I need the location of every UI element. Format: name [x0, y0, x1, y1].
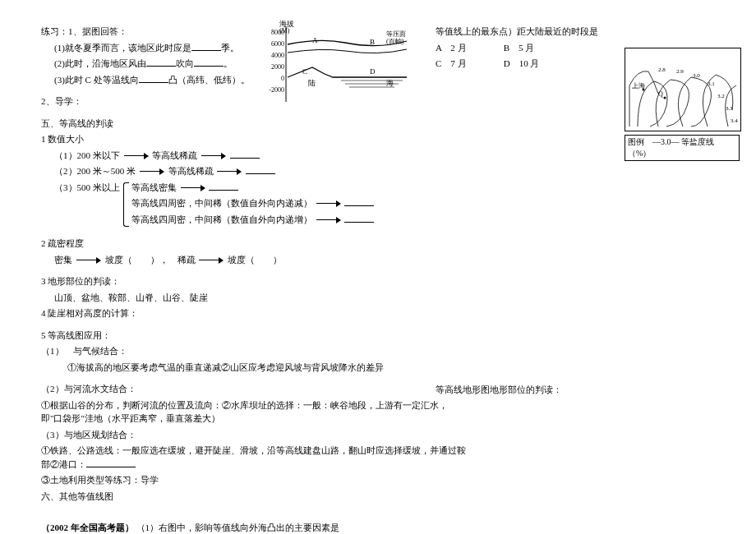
blank: [194, 57, 224, 67]
svg-text:(百帕): (百帕): [386, 38, 404, 45]
svg-text:3.3: 3.3: [726, 105, 733, 112]
item3-title: 3 地形部位的判读：: [41, 274, 468, 288]
svg-text:2.9: 2.9: [676, 68, 684, 75]
q2b: 吹向: [176, 58, 194, 68]
item5-2: （2）与河流水文结合：: [41, 382, 468, 396]
opt-b: B 5 月: [504, 41, 569, 55]
figure-elevation-diagram: 8000 6000 4000 2000 0 -2000 海拔 (M) A B 等…: [263, 20, 411, 110]
svg-point-21: [643, 89, 645, 91]
item1-2: （2）200 米～500 米 等高线稀疏: [54, 164, 468, 178]
q2c: 。: [224, 58, 233, 68]
svg-text:2000: 2000: [271, 63, 284, 71]
blank: [139, 73, 168, 83]
continuation: 等值线上的最东点）距大陆最近的时段是: [436, 25, 731, 39]
row: 等高线密集: [131, 181, 375, 195]
t: 等高线四周密，中间稀（数值自外向内递减）: [131, 198, 312, 208]
t: （3）500 米以上: [54, 181, 120, 195]
row: 等高线四周密，中间稀（数值自外向内递增）: [131, 213, 375, 227]
arrow-icon: [316, 200, 341, 207]
item2-body: 密集 坡度（ ）， 稀疏 坡度（ ）: [54, 253, 468, 267]
arrow-icon: [124, 153, 149, 159]
exam-title: （2002 年全国高考题）: [41, 522, 134, 532]
arrow-icon: [181, 185, 205, 191]
item5-3: （3）与地区规划结合：: [41, 428, 468, 442]
svg-text:Q: Q: [658, 90, 663, 98]
section-5-title: 五、等高线的判读: [41, 117, 468, 131]
blank: [86, 458, 136, 467]
arrow-icon: [199, 257, 224, 264]
svg-text:等压面: 等压面: [386, 30, 406, 38]
item1-1: （1）200 米以下 等高线稀疏: [54, 149, 468, 163]
q3a: (3)此时 C 处等温线向: [54, 75, 139, 85]
figure-salinity-map: 上海 Q 2.8 2.9 3.0 3.1 3.2 3.3 3.4 图例 —3.0…: [625, 48, 740, 146]
item2-title: 2 疏密程度: [41, 237, 468, 251]
item5-1: （1） 与气候结合：: [41, 344, 468, 358]
side-note: 等高线地形图地形部位的判读：: [436, 383, 731, 397]
item1-3: （3）500 米以上 等高线密集 等高线四周密，中间稀（数值自外向内递减） 等高…: [54, 181, 468, 229]
svg-text:D: D: [370, 67, 376, 76]
svg-text:-2000: -2000: [269, 86, 284, 94]
svg-text:3.1: 3.1: [708, 81, 715, 87]
t: 等高线稀疏: [152, 150, 197, 160]
item5-3a: ①铁路、公路选线：一般应选在缓坡，避开陡崖、滑坡，沿等高线建盘山路，翻山时应选择…: [41, 444, 468, 471]
svg-text:(M): (M): [279, 27, 290, 35]
blank: [344, 213, 374, 223]
t: 等高线稀疏: [168, 166, 214, 176]
t: 密集: [54, 255, 72, 265]
blank: [230, 149, 260, 159]
svg-text:0: 0: [281, 75, 284, 82]
item5-title: 5 等高线图应用：: [41, 329, 468, 343]
t: （1）200 米以下: [54, 150, 120, 160]
exam-body: （1）右图中，影响等值线向外海凸出的主要因素是: [136, 522, 340, 532]
blank: [146, 57, 176, 67]
item5-1-body: ①海拔高的地区要考虑气温的垂直递减②山区应考虑迎风坡与背风坡降水的差异: [67, 361, 468, 375]
t: 等高线四周密，中间稀（数值自外向内递增）: [131, 214, 312, 224]
svg-text:A: A: [312, 36, 318, 44]
exam-line: （2002 年全国高考题） （1）右图中，影响等值线向外海凸出的主要因素是: [41, 521, 468, 534]
arrow-icon: [201, 153, 226, 159]
opt-d: D 10 月: [504, 57, 569, 71]
q1-text: (1)就冬夏季而言，该地区此时应是: [54, 43, 191, 53]
q1-suffix: 季。: [221, 43, 239, 53]
blank: [209, 181, 238, 191]
arrow-icon: [140, 168, 164, 175]
svg-text:3.2: 3.2: [717, 93, 725, 99]
item4: 4 陡崖相对高度的计算：: [41, 306, 468, 320]
t: （2）200 米～500 米: [54, 166, 136, 176]
svg-text:陆: 陆: [308, 79, 316, 87]
q2a: (2)此时，沿海地区风由: [54, 58, 146, 68]
svg-point-23: [664, 97, 666, 99]
item3-body: 山顶、盆地、鞍部、山脊、山谷、陡崖: [54, 291, 468, 305]
svg-text:4000: 4000: [271, 52, 284, 59]
t: 坡度（ ）: [228, 255, 282, 265]
t: 坡度（ ）， 稀疏: [105, 255, 196, 265]
arrow-icon: [316, 217, 341, 223]
item5-3b: ③土地利用类型等练习：导学: [41, 473, 468, 487]
svg-text:6000: 6000: [271, 40, 284, 48]
item1-title: 1 数值大小: [41, 132, 468, 146]
blank: [344, 196, 374, 206]
opt-a: A 2 月: [436, 41, 501, 55]
svg-text:3.4: 3.4: [731, 117, 738, 124]
opt-c: C 7 月: [436, 57, 501, 71]
t: 等高线密集: [131, 182, 177, 192]
q3b: 凸（高纬、低纬）。: [168, 75, 250, 85]
row: 等高线四周密，中间稀（数值自外向内递减）: [131, 196, 375, 210]
svg-text:3.0: 3.0: [693, 72, 700, 79]
svg-text:B: B: [370, 38, 375, 46]
arrow-icon: [76, 257, 101, 264]
arrow-icon: [217, 168, 242, 175]
section-6: 六、其他等值线图: [41, 490, 468, 504]
blank: [246, 164, 275, 174]
blank: [191, 41, 221, 51]
svg-text:C: C: [302, 67, 307, 76]
svg-text:海: 海: [386, 79, 394, 87]
item5-2-body: ①根据山谷的分布，判断河流的位置及流向：②水库坝址的选择：一般：峡谷地段，上游有…: [41, 398, 468, 426]
brace-icon: 等高线密集 等高线四周密，中间稀（数值自外向内递减） 等高线四周密，中间稀（数值…: [123, 181, 375, 229]
svg-text:2.8: 2.8: [658, 67, 666, 73]
legend: 图例 —3.0— 等盐度线（%）: [625, 135, 740, 161]
